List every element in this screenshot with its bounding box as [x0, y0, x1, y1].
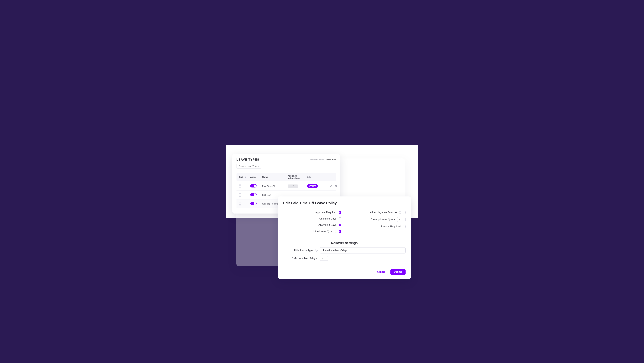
- active-toggle[interactable]: ✓: [250, 184, 256, 188]
- check-icon: ✓: [251, 194, 252, 196]
- update-button[interactable]: Update: [390, 269, 406, 275]
- table-header: Sort ⇅ Active Name Assigned to Locations…: [236, 173, 336, 181]
- app-stage: Dashboard/ Settings/ Leave Types LEAVE T…: [226, 145, 418, 218]
- label: Hide Leave Type:: [314, 230, 333, 233]
- rollover-max-label: * Max number of days:: [283, 257, 318, 260]
- info-icon[interactable]: i: [315, 249, 318, 252]
- field-hide-leave-type: Hide Leave Type: i: [283, 230, 341, 233]
- rollover-type-label: Hide Leave Type: i: [283, 249, 318, 252]
- field-allow-half-days: Allow Half-Days:: [283, 224, 341, 226]
- create-leave-type-label: Create a Leave Type: [239, 165, 257, 167]
- select-value: Limited number of days: [322, 249, 348, 252]
- drag-handle-icon[interactable]: [238, 202, 250, 206]
- label: Allow Negative Balance:: [370, 211, 397, 214]
- field-reason-required: Reason Required:: [347, 225, 406, 228]
- row-name: Sick Day: [262, 194, 288, 196]
- chevron-down-icon: ▾: [258, 165, 259, 167]
- input-yearly-quota[interactable]: [397, 217, 406, 222]
- divider: [283, 264, 406, 264]
- label: Approval Required:: [315, 211, 337, 214]
- check-icon: ✓: [251, 203, 252, 204]
- info-icon[interactable]: i: [399, 211, 401, 214]
- divider: [283, 208, 406, 208]
- field-yearly-quota: * Yearly Leave Quota:: [347, 217, 406, 222]
- checkbox-reason-required[interactable]: [403, 225, 406, 228]
- rollover-type-select[interactable]: Limited number of days ⌄: [320, 247, 406, 254]
- trash-icon[interactable]: [335, 185, 337, 187]
- col-sort-label: Sort: [238, 176, 243, 178]
- divider: [283, 237, 406, 237]
- checkbox-hide-leave-type[interactable]: [339, 230, 341, 233]
- label: * Max number of days:: [292, 257, 318, 260]
- edit-policy-dialog: Edit Paid Time Off Leave Policy Approval…: [278, 196, 411, 279]
- location-chip: LA: [288, 184, 298, 188]
- check-icon: ✓: [251, 185, 252, 187]
- create-leave-type-button[interactable]: Create a Leave Type ▾: [236, 164, 261, 169]
- info-icon[interactable]: i: [335, 230, 337, 232]
- chevron-down-icon: ⌄: [401, 249, 403, 252]
- cancel-button[interactable]: Cancel: [374, 269, 388, 275]
- checkbox-unlimited-days[interactable]: [339, 218, 341, 220]
- col-sort[interactable]: Sort ⇅: [238, 176, 250, 178]
- checkbox-allow-negative[interactable]: [403, 211, 406, 214]
- input-max-days[interactable]: [320, 256, 328, 261]
- col-assigned: Assigned to Locations: [288, 174, 307, 180]
- row-name: Paid Time Off: [262, 185, 288, 187]
- rollover-title: Rollover settings: [283, 241, 406, 245]
- breadcrumb-dashboard[interactable]: Dashboard: [309, 158, 316, 160]
- edit-icon[interactable]: [330, 185, 332, 187]
- active-toggle[interactable]: ✓: [250, 193, 256, 196]
- breadcrumb-settings[interactable]: Settings: [319, 158, 324, 160]
- rollover-settings: Hide Leave Type: i Limited number of day…: [283, 247, 406, 261]
- sort-icon: ⇅: [244, 176, 246, 178]
- label: * Yearly Leave Quota:: [371, 218, 396, 221]
- col-assigned-l1: Assigned: [288, 174, 307, 177]
- col-active: Active: [250, 176, 262, 178]
- col-assigned-l2: to Locations: [288, 177, 307, 180]
- breadcrumb-current: Leave Types: [326, 158, 336, 160]
- dialog-title: Edit Paid Time Off Leave Policy: [283, 201, 406, 205]
- field-allow-negative: Allow Negative Balance: i: [347, 211, 406, 214]
- label: Reason Required:: [381, 225, 401, 228]
- breadcrumb: Dashboard/ Settings/ Leave Types: [309, 158, 336, 160]
- label: Allow Half-Days:: [318, 224, 337, 226]
- drag-handle-icon[interactable]: [238, 193, 250, 196]
- col-name: Name: [262, 176, 288, 178]
- drag-handle-icon[interactable]: [238, 184, 250, 188]
- color-pill: #7F00FF: [307, 184, 318, 188]
- label: Unlimited Days:: [319, 217, 337, 220]
- field-unlimited-days: Unlimited Days:: [283, 217, 341, 220]
- col-color: Color: [307, 176, 326, 178]
- checkbox-approval-required[interactable]: [339, 211, 341, 214]
- active-toggle[interactable]: ✓: [250, 202, 256, 205]
- dialog-actions: Cancel Update: [283, 269, 406, 275]
- table-row: ✓ Paid Time Off LA #7F00FF: [236, 182, 336, 191]
- policy-fields: Approval Required: Unlimited Days: Allow…: [283, 211, 406, 233]
- field-approval-required: Approval Required:: [283, 211, 341, 214]
- label: Hide Leave Type:: [294, 249, 314, 252]
- checkbox-allow-half-days[interactable]: [339, 224, 341, 226]
